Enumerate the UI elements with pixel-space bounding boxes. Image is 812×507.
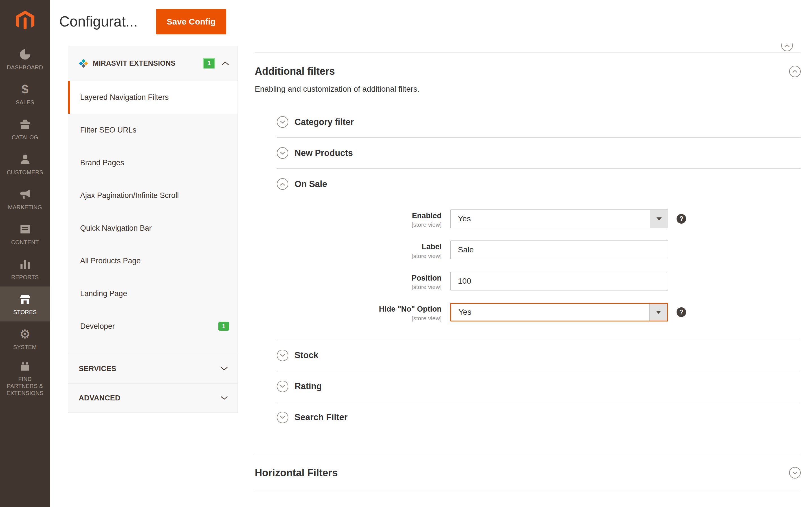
section-title: Horizontal Filters xyxy=(255,467,338,479)
magento-logo[interactable] xyxy=(0,0,50,42)
scope-label: [store view] xyxy=(277,284,441,290)
expand-section-icon[interactable] xyxy=(789,467,801,478)
sidebar-item-label: MARKETING xyxy=(6,204,44,211)
subnav-item-layered-navigation-filters[interactable]: Layered Navigation Filters xyxy=(68,81,237,114)
subnav-spacer xyxy=(68,343,237,354)
sidebar-item-label: DASHBOARD xyxy=(4,64,45,71)
dashboard-icon xyxy=(18,48,32,61)
field-row-hide-no-option: Hide "No" Option [store view] Yes ? xyxy=(277,303,801,322)
collapse-section-icon[interactable] xyxy=(789,66,801,77)
sidebar-item-system[interactable]: ⚙ SYSTEM xyxy=(0,322,50,356)
field-label: Enabled [store view] xyxy=(277,210,441,228)
sidebar-item-find-partners[interactable]: FIND PARTNERS & EXTENSIONS xyxy=(0,356,50,399)
scope-label: [store view] xyxy=(277,252,441,260)
chevron-down-circle-icon[interactable] xyxy=(277,147,288,159)
chevron-down-circle-icon[interactable] xyxy=(277,412,288,423)
additional-filters-subsections: Category filter New Products On Sale Ena… xyxy=(277,107,801,433)
subnav-section-title: MIRASVIT EXTENSIONS xyxy=(93,59,203,67)
field-label: Label [store view] xyxy=(277,240,441,259)
mirasvit-count-badge: 1 xyxy=(203,58,215,68)
subnav-group-services[interactable]: SERVICES xyxy=(68,354,237,383)
subsection-on-sale[interactable]: On Sale xyxy=(277,169,801,200)
chevron-up-circle-icon[interactable] xyxy=(277,178,288,190)
page-title: Configurat... xyxy=(59,13,138,30)
reports-icon xyxy=(18,258,32,271)
chevron-down-icon xyxy=(220,396,228,400)
extensions-icon xyxy=(18,359,32,373)
chevron-down-circle-icon[interactable] xyxy=(277,350,288,361)
help-icon[interactable]: ? xyxy=(676,214,686,224)
page-header: Configurat... Save Config xyxy=(50,0,812,43)
sales-icon: $ xyxy=(18,82,32,96)
subsection-rating[interactable]: Rating xyxy=(277,371,801,402)
customers-icon xyxy=(18,153,32,166)
position-input[interactable] xyxy=(450,272,668,290)
sidebar-item-sales[interactable]: $ SALES xyxy=(0,77,50,112)
content-icon xyxy=(18,222,32,236)
selected-value: Yes xyxy=(458,307,472,317)
subsection-search-filter[interactable]: Search Filter xyxy=(277,402,801,433)
catalog-icon xyxy=(18,118,32,131)
subnav-item-developer[interactable]: Developer 1 xyxy=(68,310,237,343)
sidebar-item-label: FIND PARTNERS & EXTENSIONS xyxy=(0,376,50,397)
chevron-down-circle-icon[interactable] xyxy=(277,116,288,128)
chevron-down-icon xyxy=(220,367,228,371)
sidebar-item-label: STORES xyxy=(11,309,39,316)
sidebar-item-label: REPORTS xyxy=(9,274,41,281)
sidebar-item-label: CATALOG xyxy=(9,134,40,141)
system-icon: ⚙ xyxy=(18,327,32,341)
scope-label: [store view] xyxy=(277,221,441,228)
chevron-down-circle-icon[interactable] xyxy=(277,381,288,392)
config-subnav: MIRASVIT EXTENSIONS 1 Layered Navigation… xyxy=(68,46,238,413)
developer-count-badge: 1 xyxy=(218,322,229,331)
config-main: Additional filters Enabling and customiz… xyxy=(255,43,801,491)
section-title: Additional filters xyxy=(255,65,335,77)
horizontal-filters-header[interactable]: Horizontal Filters xyxy=(255,455,801,491)
selected-value: Yes xyxy=(458,214,471,223)
stores-icon xyxy=(18,292,32,306)
subnav-section-mirasvit[interactable]: MIRASVIT EXTENSIONS 1 xyxy=(68,46,237,81)
subnav-item-filter-seo-urls[interactable]: Filter SEO URLs xyxy=(68,114,237,146)
sidebar-item-label: SALES xyxy=(13,99,37,106)
sidebar-item-label: CONTENT xyxy=(9,239,41,246)
subsection-category-filter[interactable]: Category filter xyxy=(277,107,801,137)
field-label: Position [store view] xyxy=(277,272,441,290)
sidebar-item-label: CUSTOMERS xyxy=(4,169,45,176)
sidebar-item-customers[interactable]: CUSTOMERS xyxy=(0,147,50,182)
subnav-group-advanced[interactable]: ADVANCED xyxy=(68,383,237,412)
scope-label: [store view] xyxy=(277,315,441,322)
magento-logo-icon xyxy=(13,10,37,32)
sidebar-item-label: SYSTEM xyxy=(11,344,39,351)
subsection-stock[interactable]: Stock xyxy=(277,340,801,371)
subnav-item-brand-pages[interactable]: Brand Pages xyxy=(68,146,237,179)
marketing-icon xyxy=(18,187,32,201)
sidebar-item-content[interactable]: CONTENT xyxy=(0,217,50,251)
subnav-item-quick-navigation-bar[interactable]: Quick Navigation Bar xyxy=(68,212,237,244)
sidebar-item-reports[interactable]: REPORTS xyxy=(0,251,50,286)
select-caret-button[interactable] xyxy=(650,210,668,228)
admin-sidebar: DASHBOARD $ SALES CATALOG CUSTOMERS MARK… xyxy=(0,0,50,507)
mirasvit-logo-icon xyxy=(79,59,88,68)
field-row-label: Label [store view] xyxy=(277,240,801,259)
subnav-item-ajax-pagination[interactable]: Ajax Pagination/Infinite Scroll xyxy=(68,179,237,212)
enabled-select[interactable]: Yes xyxy=(450,210,668,228)
label-input[interactable] xyxy=(450,240,668,259)
subsection-new-products[interactable]: New Products xyxy=(277,137,801,169)
section-subtitle: Enabling and customization of additional… xyxy=(255,84,801,94)
sidebar-item-marketing[interactable]: MARKETING xyxy=(0,182,50,217)
section-divider xyxy=(255,491,801,491)
on-sale-form: Enabled [store view] Yes ? Label [store … xyxy=(277,200,801,340)
field-row-enabled: Enabled [store view] Yes ? xyxy=(277,210,801,228)
field-row-position: Position [store view] xyxy=(277,272,801,290)
subnav-item-all-products-page[interactable]: All Products Page xyxy=(68,244,237,277)
sidebar-item-catalog[interactable]: CATALOG xyxy=(0,112,50,147)
chevron-up-icon xyxy=(221,61,229,65)
caret-down-icon xyxy=(656,311,661,314)
sidebar-item-dashboard[interactable]: DASHBOARD xyxy=(0,42,50,77)
hide-no-option-select[interactable]: Yes xyxy=(450,303,668,322)
select-caret-button[interactable] xyxy=(649,304,667,321)
help-icon[interactable]: ? xyxy=(676,307,686,317)
sidebar-item-stores[interactable]: STORES xyxy=(0,286,50,322)
save-config-button[interactable]: Save Config xyxy=(156,9,226,35)
subnav-item-landing-page[interactable]: Landing Page xyxy=(68,277,237,310)
